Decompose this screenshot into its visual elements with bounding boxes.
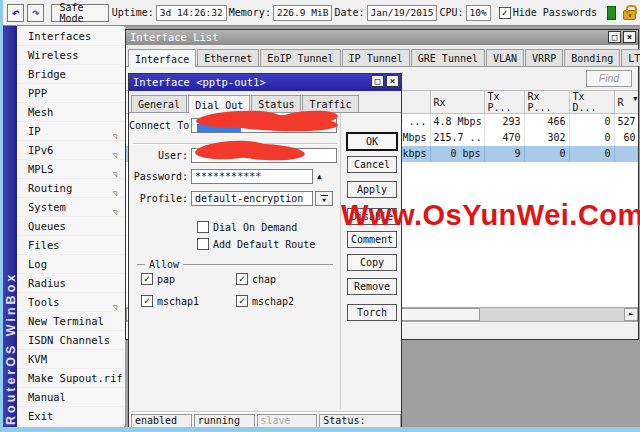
status-slave: slave [257,414,318,428]
dialog-status-separator [131,411,401,413]
redaction-scribble-connect-to [193,109,343,137]
pap-checkbox[interactable]: ✓ [141,273,153,285]
sidebar-item-manual[interactable]: Manual [17,388,125,407]
window-title: Interface List [130,30,219,45]
sidebar-item-radius[interactable]: Radius [17,274,125,293]
tab-eoip-tunnel[interactable]: EoIP Tunnel [260,49,340,66]
sidebar-item-system[interactable]: System◹ [17,198,125,217]
dialog-titlebar[interactable]: Interface <pptp-out1> □ × [129,74,401,91]
sidebar-item-routing[interactable]: Routing◹ [17,179,125,198]
memory-value: 226.9 MiB [273,5,332,21]
mschap2-label: mschap2 [252,296,294,307]
spinner-up-icon[interactable]: ▲ [317,172,322,181]
tab-lte[interactable]: LTE [621,49,640,66]
col-header-rx[interactable]: Rx [430,91,484,114]
password-input[interactable]: *********** [191,169,313,184]
brand-strip: RouterOS WinBox [3,26,17,427]
sidebar-item-bridge[interactable]: Bridge [17,65,125,84]
sort-desc-icon: ▼ [633,95,637,103]
add-default-route-label: Add Default Route [213,239,315,250]
sidebar-item-kvm[interactable]: KVM [17,350,125,369]
maximize-button[interactable]: □ [608,31,621,43]
tab-gre-tunnel[interactable]: GRE Tunnel [411,49,485,66]
torch-button[interactable]: Torch [347,304,397,321]
col-header-rx-p[interactable]: Rx P... [524,91,569,114]
dial-on-demand-checkbox[interactable]: ✓ [197,221,209,233]
interface-list-titlebar[interactable]: Interface List □ × [126,30,638,45]
cancel-button[interactable]: Cancel [347,156,397,173]
copy-button[interactable]: Copy [347,254,397,271]
sidebar-item-files[interactable]: Files [17,236,125,255]
sidebar-item-queues[interactable]: Queues [17,217,125,236]
dropdown-icon: ▼ [322,197,326,202]
status-readouts: Uptime: 3d 14:26:32 Memory: 226.9 MiB Da… [112,5,636,21]
ok-button[interactable]: OK [347,133,397,150]
close-icon[interactable]: × [386,75,399,87]
cpu-label: CPU: [439,7,463,18]
sidebar-item-interfaces[interactable]: Interfaces [17,27,125,46]
col-header-r[interactable]: R▼ [614,91,638,114]
sidebar-item-log[interactable]: Log [17,255,125,274]
brand-vertical-text: RouterOS WinBox [4,272,17,425]
sidebar-item-mesh[interactable]: Mesh [17,103,125,122]
sidebar-item-new-terminal[interactable]: New Terminal [17,312,125,331]
cpu-value: 10% [466,5,491,21]
tab-vrrp[interactable]: VRRP [525,49,563,66]
sidebar-item-ppp[interactable]: PPP [17,84,125,103]
tab-bonding[interactable]: Bonding [564,49,620,66]
connection-status-icon [607,6,616,20]
sidebar-item-mpls[interactable]: MPLS◹ [17,160,125,179]
secure-session-lock-icon [623,10,636,20]
dialog-title: Interface <pptp-out1> [133,74,266,91]
mschap1-label: mschap1 [157,296,199,307]
remove-button[interactable]: Remove [347,278,397,295]
sidebar-item-ip[interactable]: IP◹ [17,122,125,141]
add-default-route-checkbox[interactable]: ✓ [197,238,209,250]
close-icon[interactable]: × [623,31,636,43]
dial-on-demand-label: Dial On Demand [213,222,297,233]
redo-button[interactable]: ↷ [27,4,44,22]
hide-passwords-label: Hide Passwords [513,7,597,18]
hide-passwords-checkbox[interactable]: ✓ [499,7,511,19]
sidebar-item-isdn-channels[interactable]: ISDN Channels [17,331,125,350]
maximize-button[interactable]: □ [371,75,384,87]
comment-button[interactable]: Comment [347,231,397,248]
watermark-text: Www.OsYunWei.Com [341,199,640,232]
safe-mode-button[interactable]: Safe Mode [51,4,108,22]
dropdown-button[interactable]: ▼ [315,191,333,206]
tab-interface[interactable]: Interface [128,49,196,67]
sidebar: RouterOS WinBox Interfaces Wireless Brid… [3,26,125,427]
sidebar-item-make-supout[interactable]: Make Supout.rif [17,369,125,388]
interface-list-tabs: Interface Ethernet EoIP Tunnel IP Tunnel… [126,45,638,67]
allow-group-header: Allow [137,259,333,270]
memory-label: Memory: [229,7,271,18]
scroll-right-icon[interactable]: ► [624,308,638,321]
sidebar-item-wireless[interactable]: Wireless [17,46,125,65]
app-window-border-left [0,0,3,432]
sidebar-item-exit[interactable]: Exit [17,407,125,426]
find-button[interactable]: Find [586,70,632,87]
col-header-tx-d[interactable]: Tx D... [569,91,614,114]
sidebar-item-tools[interactable]: Tools◹ [17,293,125,312]
chap-label: chap [252,274,276,285]
status-enabled: enabled [131,414,192,428]
chap-checkbox[interactable]: ✓ [236,273,248,285]
profile-label: Profile: [129,193,191,204]
tab-ip-tunnel[interactable]: IP Tunnel [342,49,410,66]
col-header-tx-p[interactable]: Tx P... [484,91,524,114]
sidebar-item-ipv6[interactable]: IPv6◹ [17,141,125,160]
mschap2-checkbox[interactable]: ✓ [236,295,248,307]
allow-group-label: Allow [149,259,179,270]
apply-button[interactable]: Apply [347,181,397,198]
date-label: Date: [334,7,364,18]
pap-label: pap [157,274,175,285]
mschap1-checkbox[interactable]: ✓ [141,295,153,307]
connect-to-label: Connect To: [129,120,191,131]
sidebar-menu: Interfaces Wireless Bridge PPP Mesh IP◹ … [17,27,125,426]
undo-button[interactable]: ↶ [7,4,24,22]
tab-ethernet[interactable]: Ethernet [197,49,259,66]
redo-icon: ↷ [32,5,40,20]
tab-vlan[interactable]: VLAN [486,49,524,66]
profile-select[interactable]: default-encryption [191,191,313,206]
tab-general[interactable]: General [131,95,187,112]
